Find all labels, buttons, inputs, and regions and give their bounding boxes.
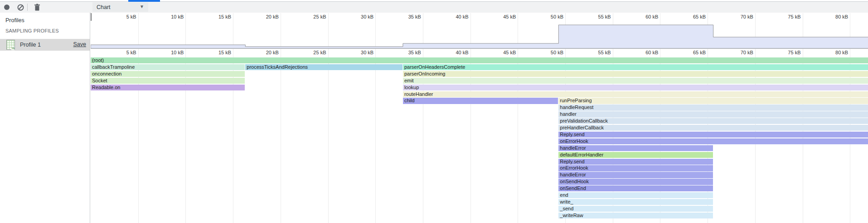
gridline bbox=[375, 13, 376, 223]
gridline bbox=[138, 13, 139, 223]
ruler-tick-label: 50 kB bbox=[532, 50, 563, 55]
ruler-tick-label: 20 kB bbox=[247, 50, 279, 55]
ruler-tick-label: 10 kB bbox=[152, 50, 184, 55]
overview-ruler-tick-label: 60 kB bbox=[626, 14, 658, 19]
flame-frame[interactable]: Reply.send bbox=[558, 132, 868, 138]
overview-ruler-tick-label: 65 kB bbox=[674, 14, 706, 19]
ruler-tick-label: 5 kB bbox=[105, 50, 136, 55]
flame-frame[interactable]: onErrorHook bbox=[558, 138, 868, 144]
flame-frame[interactable]: Readable.on bbox=[91, 85, 245, 90]
record-button[interactable] bbox=[2, 3, 12, 12]
overview-ruler-tick-label: 40 kB bbox=[437, 14, 469, 19]
ruler-tick-label: 35 kB bbox=[389, 50, 421, 55]
devtools-memory-panel: Chart ▼ Profiles SAMPLING PROFILES % Pro… bbox=[0, 0, 868, 223]
flame-frame[interactable]: lookup bbox=[403, 85, 868, 90]
ruler-tick-label: 40 kB bbox=[437, 50, 469, 55]
overview-ruler-tick-label: 30 kB bbox=[342, 14, 373, 19]
flame-frame[interactable]: defaultErrorHandler bbox=[558, 152, 713, 158]
sampling-profiles-section-label: SAMPLING PROFILES bbox=[5, 28, 59, 33]
gridline bbox=[281, 13, 281, 223]
chart-view-select[interactable]: Chart ▼ bbox=[92, 2, 148, 12]
overview-separator bbox=[91, 48, 868, 49]
gridline bbox=[518, 13, 518, 223]
flame-frame[interactable]: preValidationCallback bbox=[558, 118, 868, 124]
overview-ruler-tick-label: 5 kB bbox=[105, 14, 136, 19]
chart-view-select-value: Chart bbox=[97, 4, 111, 10]
toolbar: Chart ▼ bbox=[0, 2, 868, 13]
overview-drag-handle[interactable] bbox=[91, 13, 92, 21]
heap-profile-icon: % bbox=[6, 40, 15, 50]
flame-frame[interactable]: write_ bbox=[558, 199, 713, 205]
overview-ruler-tick-label: 20 kB bbox=[247, 14, 279, 19]
ruler-tick-label: 45 kB bbox=[484, 50, 516, 55]
flame-frame[interactable]: handleError bbox=[558, 145, 713, 151]
overview-ruler-tick-label: 55 kB bbox=[579, 14, 611, 19]
flame-frame[interactable]: callbackTrampoline bbox=[91, 64, 245, 70]
profiles-heading: Profiles bbox=[5, 17, 24, 24]
flame-frame[interactable]: emit bbox=[403, 78, 868, 84]
clear-button[interactable] bbox=[15, 3, 25, 12]
ruler-tick-label: 65 kB bbox=[674, 50, 706, 55]
overview-ruler-tick-label: 25 kB bbox=[295, 14, 326, 19]
overview-ruler-tick-label: 35 kB bbox=[389, 14, 421, 19]
flame-frame[interactable]: runPreParsing bbox=[558, 98, 868, 104]
flame-frame[interactable]: parserOnHeadersComplete bbox=[403, 64, 868, 70]
flame-frame[interactable]: end bbox=[558, 192, 713, 198]
overview-ruler-tick-label: 45 kB bbox=[484, 14, 516, 19]
flame-frame[interactable]: preHandlerCallback bbox=[558, 125, 868, 131]
flame-frame[interactable]: _writeRaw bbox=[558, 213, 713, 218]
flame-chart-pane[interactable]: 5 kB5 kB10 kB10 kB15 kB15 kB20 kB20 kB25… bbox=[91, 13, 868, 223]
flame-frame[interactable]: Socket bbox=[91, 78, 245, 84]
flame-frame[interactable]: onErrorHook bbox=[558, 165, 713, 171]
flame-frame[interactable]: _send bbox=[558, 206, 713, 212]
block-circle-icon bbox=[17, 4, 24, 11]
gridline bbox=[423, 13, 423, 223]
trash-icon bbox=[34, 4, 40, 11]
flame-frame[interactable]: processTicksAndRejections bbox=[245, 64, 402, 70]
overview-ruler-tick-label: 10 kB bbox=[152, 14, 184, 19]
flame-frame[interactable]: onconnection bbox=[91, 71, 245, 77]
ruler-tick-label: 80 kB bbox=[816, 50, 848, 55]
flame-frame[interactable]: handleError bbox=[558, 172, 713, 178]
heap-profile-icon-badge: % bbox=[11, 47, 15, 50]
overview-ruler-tick-label: 50 kB bbox=[532, 14, 563, 19]
save-link[interactable]: Save bbox=[73, 41, 87, 47]
overview-ruler-tick-label: 15 kB bbox=[199, 14, 231, 19]
ruler-tick-label: 70 kB bbox=[722, 50, 753, 55]
profile-list-item[interactable]: % Profile 1 Save bbox=[0, 39, 90, 51]
flame-frame[interactable]: handler bbox=[558, 111, 868, 117]
flame-frame[interactable]: Reply.send bbox=[558, 159, 713, 165]
toolbar-separator bbox=[27, 4, 28, 11]
profiles-sidebar: Profiles SAMPLING PROFILES % Profile 1 S… bbox=[0, 13, 90, 223]
chevron-down-icon: ▼ bbox=[140, 4, 144, 9]
ruler-tick-label: 60 kB bbox=[626, 50, 658, 55]
delete-button[interactable] bbox=[32, 3, 42, 12]
gridline bbox=[328, 13, 329, 223]
ruler-tick-label: 15 kB bbox=[199, 50, 231, 55]
overview-ruler-tick-label: 70 kB bbox=[722, 14, 753, 19]
gridline bbox=[233, 13, 233, 223]
flame-frame[interactable]: child bbox=[403, 98, 558, 104]
gridline bbox=[185, 13, 186, 223]
flame-frame[interactable]: handleRequest bbox=[558, 104, 868, 110]
flame-frame[interactable]: parserOnIncoming bbox=[403, 71, 868, 77]
record-circle-icon bbox=[4, 4, 10, 10]
flame-frame[interactable]: (root) bbox=[91, 57, 868, 63]
overview-ruler-tick-label: 75 kB bbox=[769, 14, 801, 19]
ruler-tick-label: 55 kB bbox=[579, 50, 611, 55]
overview-ruler-tick-label: 80 kB bbox=[816, 14, 848, 19]
ruler-tick-label: 25 kB bbox=[295, 50, 326, 55]
flame-frame[interactable]: routeHandler bbox=[403, 91, 868, 97]
profile-name: Profile 1 bbox=[20, 42, 41, 48]
gridline bbox=[470, 13, 471, 223]
flame-frame[interactable]: onSendEnd bbox=[558, 185, 713, 191]
ruler-tick-label: 30 kB bbox=[342, 50, 373, 55]
flame-frame[interactable]: onSendHook bbox=[558, 179, 713, 185]
ruler-tick-label: 75 kB bbox=[769, 50, 801, 55]
